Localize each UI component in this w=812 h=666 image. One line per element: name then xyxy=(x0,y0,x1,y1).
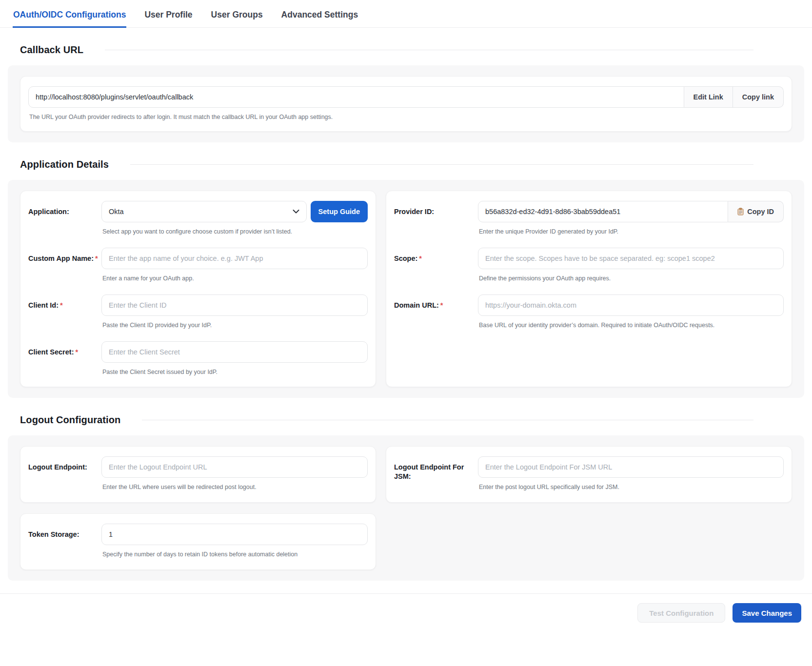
callback-url-helper: The URL your OAuth provider redirects to… xyxy=(28,113,784,121)
tab-oauth-oidc-configurations[interactable]: OAuth/OIDC Configurations xyxy=(13,7,126,28)
scope-helper: Define the permissions your OAuth app re… xyxy=(478,274,784,283)
callback-url-input[interactable] xyxy=(28,86,684,108)
token-storage-label: Token Storage: xyxy=(28,524,101,539)
logout-endpoint-jsm-field-row: Logout Endpoint For JSM: Enter the post … xyxy=(394,456,784,491)
custom-app-name-helper: Enter a name for your OAuth app. xyxy=(101,274,368,283)
token-storage-helper: Specify the number of days to retain ID … xyxy=(101,550,368,559)
required-asterisk: * xyxy=(60,301,63,309)
client-secret-field-row: Client Secret:* Paste the Client Secret … xyxy=(28,341,368,376)
client-secret-input[interactable] xyxy=(101,341,368,363)
heading-divider xyxy=(105,50,753,50)
edit-link-button[interactable]: Edit Link xyxy=(684,86,733,108)
client-id-input[interactable] xyxy=(101,294,368,316)
scope-label: Scope:* xyxy=(394,248,478,263)
application-field-row: Application: Okta xyxy=(28,201,368,236)
required-asterisk: * xyxy=(419,255,422,262)
domain-url-input[interactable] xyxy=(478,294,784,316)
copy-id-button[interactable]: Copy ID xyxy=(728,201,784,222)
domain-url-field-row: Domain URL:* Base URL of your identity p… xyxy=(394,294,784,330)
required-asterisk: * xyxy=(75,348,78,356)
token-storage-input[interactable] xyxy=(101,524,368,545)
client-id-helper: Paste the Client ID provided by your IdP… xyxy=(101,321,368,330)
callback-url-title: Callback URL xyxy=(20,44,83,56)
tab-user-profile[interactable]: User Profile xyxy=(144,7,193,28)
heading-divider xyxy=(142,420,753,420)
provider-id-helper: Enter the unique Provider ID generated b… xyxy=(478,228,784,236)
tab-user-groups[interactable]: User Groups xyxy=(211,7,263,28)
save-changes-button[interactable]: Save Changes xyxy=(733,603,801,623)
custom-app-name-field-row: Custom App Name:* Enter a name for your … xyxy=(28,248,368,283)
tab-bar: OAuth/OIDC Configurations User Profile U… xyxy=(0,0,812,28)
test-configuration-button[interactable]: Test Configuration xyxy=(637,603,725,623)
required-asterisk: * xyxy=(440,301,443,309)
heading-divider xyxy=(130,164,753,165)
application-details-title: Application Details xyxy=(20,159,109,170)
page-content: Callback URL Edit Link Copy link The URL… xyxy=(0,44,812,581)
logout-endpoint-jsm-card: Logout Endpoint For JSM: Enter the post … xyxy=(386,446,792,503)
client-secret-label: Client Secret:* xyxy=(28,341,101,356)
logout-endpoint-helper: Enter the URL where users will be redire… xyxy=(101,483,368,491)
logout-row2-spacer xyxy=(386,513,792,570)
logout-configuration-heading: Logout Configuration xyxy=(20,414,753,426)
provider-id-field-row: Provider ID: xyxy=(394,201,784,236)
logout-endpoint-field-row: Logout Endpoint: Enter the URL where use… xyxy=(28,456,368,491)
logout-configuration-panel: Logout Endpoint: Enter the URL where use… xyxy=(8,435,804,581)
footer-action-bar: Test Configuration Save Changes xyxy=(0,593,812,637)
logout-endpoint-card: Logout Endpoint: Enter the URL where use… xyxy=(20,446,376,503)
setup-guide-button[interactable]: Setup Guide xyxy=(311,201,368,222)
provider-id-input[interactable] xyxy=(478,201,728,222)
callback-url-panel: Edit Link Copy link The URL your OAuth p… xyxy=(8,65,804,142)
application-details-heading: Application Details xyxy=(20,159,753,170)
tab-advanced-settings[interactable]: Advanced Settings xyxy=(281,7,359,28)
callback-url-group: Edit Link Copy link xyxy=(28,86,784,108)
logout-endpoint-input[interactable] xyxy=(101,456,368,478)
client-secret-helper: Paste the Client Secret issued by your I… xyxy=(101,368,368,376)
application-details-right-card: Provider ID: xyxy=(386,191,792,388)
application-details-panel: Application: Okta xyxy=(8,180,804,398)
token-storage-card: Token Storage: Specify the number of day… xyxy=(20,513,376,570)
custom-app-name-label: Custom App Name:* xyxy=(28,248,101,263)
application-helper: Select app you want to configure choose … xyxy=(101,228,368,236)
scope-field-row: Scope:* Define the permissions your OAut… xyxy=(394,248,784,283)
logout-endpoint-jsm-label: Logout Endpoint For JSM: xyxy=(394,456,478,480)
client-id-label: Client Id:* xyxy=(28,294,101,310)
callback-url-card: Edit Link Copy link The URL your OAuth p… xyxy=(20,76,792,132)
copy-link-button[interactable]: Copy link xyxy=(733,86,784,108)
provider-id-group: Copy ID xyxy=(478,201,784,222)
domain-url-label: Domain URL:* xyxy=(394,294,478,310)
token-storage-field-row: Token Storage: Specify the number of day… xyxy=(28,524,368,559)
application-details-left-card: Application: Okta xyxy=(20,191,376,388)
logout-endpoint-jsm-helper: Enter the post logout URL specifically u… xyxy=(478,483,784,491)
clipboard-icon xyxy=(737,208,744,215)
application-select[interactable]: Okta xyxy=(101,201,307,222)
custom-app-name-input[interactable] xyxy=(101,248,368,269)
required-asterisk: * xyxy=(95,255,98,262)
callback-url-heading: Callback URL xyxy=(20,44,753,56)
domain-url-helper: Base URL of your identity provider’s dom… xyxy=(478,321,784,330)
scope-input[interactable] xyxy=(478,248,784,269)
provider-id-label: Provider ID: xyxy=(394,201,478,216)
logout-endpoint-jsm-input[interactable] xyxy=(478,456,784,478)
application-label: Application: xyxy=(28,201,101,216)
client-id-field-row: Client Id:* Paste the Client ID provided… xyxy=(28,294,368,330)
logout-endpoint-label: Logout Endpoint: xyxy=(28,456,101,471)
logout-configuration-title: Logout Configuration xyxy=(20,414,120,426)
